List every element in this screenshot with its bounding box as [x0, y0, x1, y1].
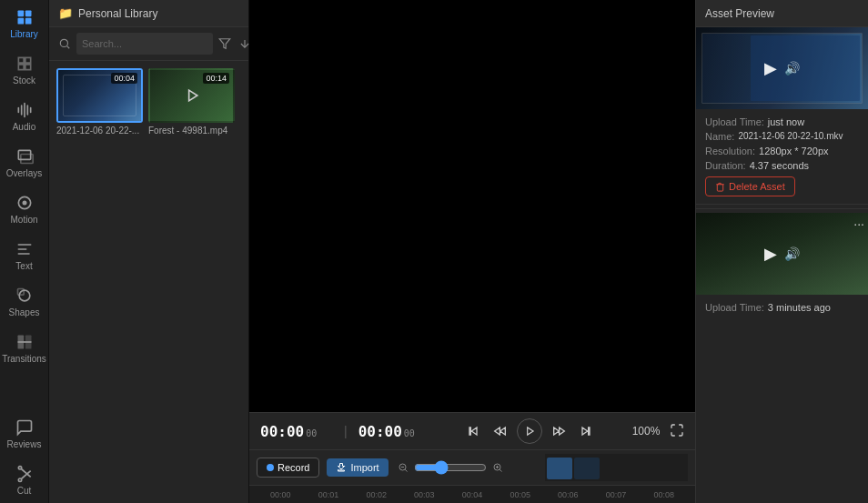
asset-preview-title: Asset Preview	[705, 7, 774, 20]
sidebar-item-label: Transitions	[2, 354, 46, 364]
delete-asset-label: Delete Asset	[729, 181, 785, 192]
svg-point-13	[18, 478, 21, 481]
duration-label: Duration:	[705, 160, 746, 171]
sidebar-item-library[interactable]: Library	[0, 0, 48, 46]
delete-asset-button[interactable]: Delete Asset	[705, 176, 795, 196]
sidebar-item-label: Stock	[13, 75, 35, 86]
sidebar-item-label: Text	[15, 261, 32, 271]
text-icon	[15, 239, 35, 259]
thumbnail-image-1: 00:04	[56, 68, 143, 123]
ruler-mark-8: 00:08	[640, 490, 688, 499]
ruler-mark-5: 00:05	[496, 490, 544, 499]
duration-value: 4.37 seconds	[750, 160, 809, 171]
sidebar-item-label: Motion	[10, 215, 37, 225]
zoom-out-button[interactable]	[396, 460, 410, 475]
zoom-slider-input[interactable]	[414, 460, 487, 475]
record-label: Record	[278, 462, 309, 473]
sidebar-item-audio[interactable]: path{stroke:currentColor;stroke-width:2;…	[0, 93, 48, 139]
playback-buttons	[439, 418, 621, 444]
transitions-icon	[15, 332, 35, 352]
svg-line-25	[500, 469, 501, 471]
import-button[interactable]: Import	[327, 458, 388, 477]
upload-time-label-2: Upload Time:	[705, 302, 764, 313]
sidebar-item-motion[interactable]: Motion	[0, 186, 48, 232]
current-time-main: 00:00	[260, 423, 304, 440]
svg-point-14	[18, 467, 21, 469]
ruler-marks: 00:00 00:01 00:02 00:03 00:04 00:05 00:0…	[257, 490, 688, 499]
upload-time-value-2: 3 minutes ago	[768, 302, 831, 313]
total-time-sub: 00	[404, 428, 415, 438]
thumb-duration-2: 00:14	[203, 73, 229, 84]
search-input[interactable]	[76, 33, 213, 55]
ruler-mark-0: 00:00	[257, 490, 305, 499]
sidebar-item-text[interactable]: Text	[0, 232, 48, 278]
thumb-duration-1: 00:04	[111, 73, 137, 84]
ruler-mark-4: 00:04	[449, 490, 497, 499]
sidebar-item-transitions[interactable]: Transitions	[0, 325, 48, 371]
panel-divider	[696, 208, 868, 209]
name-value: 2021-12-06 20-22-10.mkv	[738, 131, 843, 142]
sidebar-item-cut[interactable]: Cut	[0, 457, 48, 503]
svg-point-7	[22, 201, 26, 206]
sidebar-item-label: Audio	[13, 122, 36, 132]
asset-thumb-overlay-2: ▶ 🔊	[696, 213, 868, 295]
svg-rect-3	[25, 18, 31, 25]
shapes-icon	[15, 286, 35, 306]
overlays-icon	[15, 146, 35, 166]
skip-to-start-button[interactable]	[462, 420, 484, 442]
upload-time-row-2: Upload Time: 3 minutes ago	[705, 302, 859, 313]
upload-time-value: just now	[768, 116, 804, 127]
library-title: Personal Library	[78, 7, 157, 20]
import-label: Import	[350, 462, 378, 473]
duration-row: Duration: 4.37 seconds	[705, 160, 859, 171]
sidebar: Library Stock path{stroke:currentColor;s…	[0, 0, 49, 503]
ruler-mark-2: 00:02	[352, 490, 400, 499]
record-button[interactable]: Record	[257, 458, 319, 478]
svg-line-22	[405, 469, 407, 471]
folder-icon: 📁	[58, 6, 73, 20]
resolution-label: Resolution:	[705, 146, 755, 156]
name-row: Name: 2021-12-06 20-22-10.mkv	[705, 131, 859, 142]
motion-icon	[15, 193, 35, 213]
fast-forward-button[interactable]	[548, 420, 570, 442]
filter-icon-btn[interactable]	[217, 35, 233, 52]
thumbnail-item-2[interactable]: 00:14 Forest - 49981.mp4	[148, 68, 235, 496]
zoom-in-button[interactable]	[490, 460, 505, 475]
sidebar-item-label: Cut	[17, 486, 32, 496]
svg-rect-2	[17, 18, 24, 25]
name-label: Name:	[705, 131, 734, 142]
asset-preview-panel: Asset Preview ▶ 🔊 Upload Time: just now …	[695, 0, 868, 503]
play-pause-button[interactable]	[517, 418, 542, 444]
more-options-button[interactable]: ···	[853, 216, 864, 231]
asset-thumb-overlay-1: ▶ 🔊	[696, 27, 868, 109]
volume-icon-2: 🔊	[784, 246, 800, 261]
video-player-area	[249, 0, 695, 412]
sidebar-item-shapes[interactable]: Shapes	[0, 278, 48, 325]
sidebar-item-label: Library	[10, 29, 38, 39]
search-icon-btn[interactable]	[56, 35, 73, 52]
ruler-mark-3: 00:03	[400, 490, 449, 499]
timeline-row: Record Import	[249, 450, 695, 485]
total-time-display: 00:00 00	[358, 423, 431, 440]
sidebar-item-label: Overlays	[6, 168, 42, 178]
thumbnail-item-1[interactable]: 00:04 2021-12-06 20-22-...	[56, 68, 143, 496]
sidebar-item-reviews[interactable]: Reviews	[0, 410, 48, 457]
main-area: 00:00 00 | 00:00 00	[249, 0, 695, 503]
thumbnails-grid: 00:04 2021-12-06 20-22-... 00:14 Forest …	[49, 61, 248, 503]
upload-time-row: Upload Time: just now	[705, 116, 859, 127]
timeline-controls: 00:00 00 | 00:00 00	[249, 412, 695, 503]
search-bar	[49, 27, 248, 61]
svg-point-17	[60, 39, 67, 46]
sidebar-item-overlays[interactable]: Overlays	[0, 139, 48, 186]
video-canvas	[277, 96, 668, 317]
sidebar-item-stock[interactable]: Stock	[0, 46, 48, 93]
fullscreen-button[interactable]	[670, 423, 684, 440]
asset-thumb-large-1: ▶ 🔊	[696, 27, 868, 109]
audio-icon: path{stroke:currentColor;stroke-width:2;…	[15, 100, 35, 120]
rewind-button[interactable]	[490, 420, 511, 442]
library-panel: 📁 Personal Library 00:04 2021-12-06 20-2…	[49, 0, 249, 503]
library-icon	[15, 7, 35, 27]
sidebar-item-label: Shapes	[9, 307, 40, 317]
svg-line-18	[67, 46, 70, 49]
skip-to-end-button[interactable]	[575, 420, 597, 442]
